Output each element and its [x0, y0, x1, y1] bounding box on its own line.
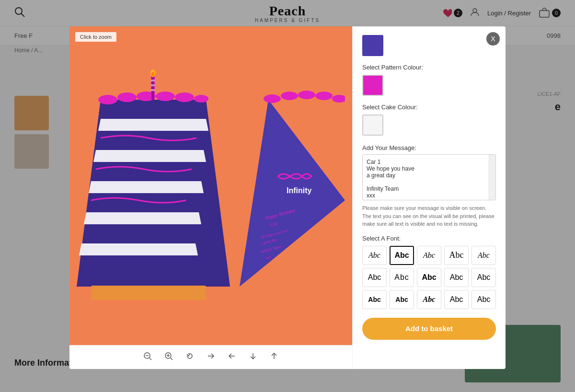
- move-left-button[interactable]: [226, 350, 238, 365]
- svg-point-15: [175, 92, 194, 102]
- svg-point-14: [156, 92, 175, 101]
- svg-point-23: [151, 72, 154, 77]
- move-down-button[interactable]: [247, 350, 259, 365]
- font-option-14[interactable]: Abc: [444, 290, 469, 309]
- svg-marker-8: [89, 181, 204, 193]
- font-option-3[interactable]: Abc: [417, 246, 441, 265]
- zoom-in-button[interactable]: [162, 350, 175, 365]
- close-button[interactable]: X: [486, 32, 500, 46]
- svg-point-28: [298, 91, 315, 99]
- svg-rect-24: [91, 286, 206, 300]
- add-to-basket-button[interactable]: Add to basket: [362, 318, 496, 340]
- font-option-15[interactable]: Abc: [472, 290, 496, 309]
- font-option-10[interactable]: Abc: [472, 268, 496, 287]
- font-option-13[interactable]: Abc: [417, 290, 441, 309]
- svg-rect-21: [151, 89, 155, 91]
- zoom-out-button[interactable]: [141, 350, 154, 365]
- move-right-button[interactable]: [205, 350, 217, 365]
- cake-colour-label: Select Cake Colour:: [362, 104, 496, 111]
- click-to-zoom-label[interactable]: Click to zoom: [75, 32, 116, 42]
- move-up-button[interactable]: [268, 350, 280, 365]
- svg-point-27: [281, 92, 298, 100]
- svg-point-26: [264, 94, 281, 103]
- cake-colour-swatch[interactable]: [362, 115, 383, 136]
- font-option-2[interactable]: Abc: [390, 246, 414, 265]
- modal-body: Click to zoom: [69, 26, 506, 369]
- modal-image-panel: Click to zoom: [69, 26, 352, 369]
- svg-line-45: [171, 358, 172, 360]
- svg-point-29: [315, 92, 333, 100]
- font-option-5[interactable]: Abc: [472, 246, 496, 265]
- message-label: Add Your Message:: [362, 144, 496, 151]
- message-textarea-wrap: Car 1 We hope you have a great day Infin…: [362, 154, 496, 200]
- background-color-swatch[interactable]: [362, 35, 383, 56]
- svg-marker-9: [84, 212, 201, 224]
- font-option-8[interactable]: Abc: [417, 268, 441, 287]
- message-textarea[interactable]: Car 1 We hope you have a great day Infin…: [363, 155, 495, 198]
- svg-point-11: [98, 95, 117, 104]
- svg-rect-18: [151, 76, 154, 100]
- rotate-button[interactable]: [184, 350, 196, 365]
- svg-point-12: [117, 92, 137, 102]
- font-option-9[interactable]: Abc: [444, 268, 469, 287]
- svg-rect-19: [151, 80, 155, 81]
- message-note: Please make sure your message is visible…: [362, 204, 496, 228]
- svg-rect-20: [151, 84, 155, 86]
- svg-text:Infinity: Infinity: [287, 186, 312, 195]
- product-customizer-modal: X Click to zoom: [69, 26, 506, 369]
- svg-marker-6: [98, 119, 208, 131]
- svg-line-41: [150, 358, 151, 360]
- modal-options-panel: Select Pattern Colour: Select Cake Colou…: [352, 26, 506, 369]
- font-option-11[interactable]: Abc: [362, 290, 387, 309]
- svg-point-16: [194, 95, 208, 103]
- svg-marker-10: [79, 243, 198, 255]
- font-label: Select A Font:: [362, 235, 496, 242]
- font-option-7[interactable]: Abc: [390, 268, 414, 287]
- image-toolbar: [69, 345, 352, 369]
- pattern-colour-swatch[interactable]: [362, 75, 383, 96]
- font-option-4[interactable]: Abc: [444, 246, 469, 265]
- font-grid: Abc Abc Abc Abc Abc Abc Abc Abc Abc Abc …: [362, 246, 496, 309]
- product-preview-image[interactable]: Infinity Happy Birthday Girl We hope you…: [69, 26, 352, 345]
- cake-slice-svg: Infinity Happy Birthday Girl We hope you…: [77, 57, 345, 315]
- font-option-6[interactable]: Abc: [362, 268, 387, 287]
- font-option-1[interactable]: Abc: [362, 246, 387, 265]
- svg-marker-7: [93, 150, 206, 162]
- textarea-scrollbar: [489, 155, 495, 200]
- pattern-colour-label: Select Pattern Colour:: [362, 64, 496, 71]
- font-option-12[interactable]: Abc: [390, 290, 414, 309]
